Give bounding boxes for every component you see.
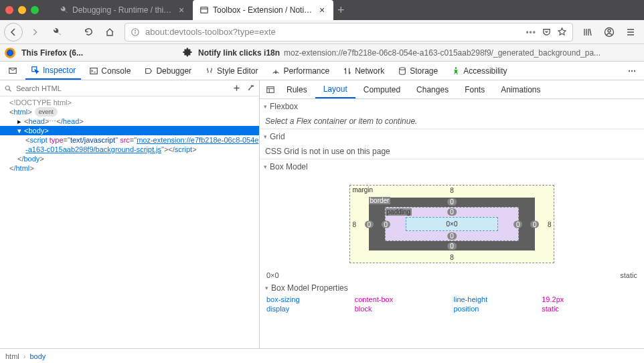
svg-line-23 <box>9 89 11 91</box>
dom-html-close[interactable]: </html> <box>0 163 259 173</box>
flexbox-header[interactable]: ▾Flexbox <box>260 99 644 114</box>
minimize-window-button[interactable] <box>18 6 26 14</box>
prop-row: line-height19.2px <box>454 295 638 303</box>
tab-network[interactable]: Network <box>337 62 390 80</box>
padding-left-value[interactable]: 0 <box>382 220 391 228</box>
wrench-button[interactable] <box>47 23 66 42</box>
boxmodel-border[interactable]: border 0 0 0 0 padding 0 0 0 0 0×0 <box>369 198 536 250</box>
margin-right-value[interactable]: 8 <box>548 220 552 228</box>
boxmodel-margin[interactable]: margin 8 8 8 8 border 0 0 0 0 padding 0 <box>349 185 555 263</box>
tab-label: Accessibility <box>463 66 507 76</box>
sidebar-tab-rules[interactable]: Rules <box>278 80 315 98</box>
section-title: Grid <box>270 132 285 141</box>
boxmodel-section: ▾Box Model margin 8 8 8 8 border 0 0 0 0 <box>260 159 644 313</box>
dom-head[interactable]: ▸<head>⋯</head> <box>0 117 259 126</box>
padding-top-value[interactable]: 0 <box>447 208 457 216</box>
browser-tab-debugging[interactable]: Debugging - Runtime / this-fire × <box>52 0 193 20</box>
url-input[interactable] <box>145 27 520 37</box>
tab-style-editor[interactable]: Style Editor <box>199 62 263 80</box>
tab-debugger[interactable]: Debugger <box>139 62 197 80</box>
extension-context: Notify link clicks i18n moz-extension://… <box>182 47 600 59</box>
sidebar-tab-computed[interactable]: Computed <box>355 80 408 98</box>
element-position: static <box>620 271 637 279</box>
account-icon[interactable] <box>600 23 619 42</box>
boxmodel-header[interactable]: ▾Box Model <box>260 159 644 174</box>
tab-console[interactable]: Console <box>84 62 136 80</box>
new-tab-button[interactable]: + <box>337 3 345 17</box>
boxmodel-diagram[interactable]: margin 8 8 8 8 border 0 0 0 0 padding 0 <box>260 174 644 267</box>
svg-rect-0 <box>201 7 208 13</box>
menu-icon[interactable] <box>621 23 640 42</box>
dom-tree[interactable]: <!DOCTYPE html> <html>event ▸<head>⋯</he… <box>0 96 259 174</box>
close-icon[interactable]: × <box>177 5 186 15</box>
border-label: border <box>369 197 391 204</box>
iframe-picker-button[interactable] <box>3 62 23 80</box>
info-icon[interactable] <box>131 27 140 37</box>
window-titlebar: Debugging - Runtime / this-fire × Toolbo… <box>0 0 644 20</box>
tab-label: Inspector <box>43 66 76 75</box>
boxmodel-padding[interactable]: padding 0 0 0 0 0×0 <box>385 207 519 241</box>
sidebar-tab-fonts[interactable]: Fonts <box>457 80 493 98</box>
content-size[interactable]: 0×0 <box>447 220 458 228</box>
tab-inspector[interactable]: Inspector <box>25 62 81 80</box>
boxmodel-properties: ▾Box Model Properties box-sizingcontent-… <box>260 281 644 313</box>
close-window-button[interactable] <box>5 6 13 14</box>
padding-right-value[interactable]: 0 <box>513 220 523 228</box>
dom-body-open[interactable]: ▾<body> <box>0 126 259 135</box>
margin-left-value[interactable]: 8 <box>353 220 357 228</box>
border-left-value[interactable]: 0 <box>365 220 374 228</box>
chevron-down-icon: ▾ <box>264 163 267 170</box>
library-icon[interactable] <box>578 23 597 42</box>
dom-doctype[interactable]: <!DOCTYPE html> <box>0 98 259 107</box>
prop-row: positionstatic <box>454 305 638 313</box>
tab-performance[interactable]: Performance <box>266 62 335 80</box>
search-input[interactable] <box>16 84 228 92</box>
grid-header[interactable]: ▾Grid <box>260 129 644 144</box>
filter-styles-icon[interactable] <box>262 80 278 98</box>
eyedropper-icon[interactable] <box>246 84 255 92</box>
svg-point-15 <box>7 49 13 56</box>
border-top-value[interactable]: 0 <box>447 198 457 206</box>
sidebar-tab-layout[interactable]: Layout <box>315 80 355 98</box>
markup-search-row <box>0 80 259 96</box>
grid-section: ▾Grid CSS Grid is not in use on this pag… <box>260 129 644 159</box>
breadcrumb-body[interactable]: body <box>29 352 46 360</box>
browser-tab-toolbox[interactable]: Toolbox - Extension / Notify link × <box>193 0 333 20</box>
sidebar-tab-changes[interactable]: Changes <box>408 80 457 98</box>
maximize-window-button[interactable] <box>31 6 39 14</box>
sidebar-tab-animations[interactable]: Animations <box>493 80 548 98</box>
dom-html-open[interactable]: <html>event <box>0 107 259 117</box>
pocket-icon[interactable] <box>542 27 552 37</box>
padding-bottom-value[interactable]: 0 <box>447 232 457 240</box>
margin-bottom-value[interactable]: 8 <box>450 254 454 261</box>
forward-button[interactable] <box>25 23 44 42</box>
svg-point-21 <box>455 67 457 69</box>
dom-body-close[interactable]: </body> <box>0 154 259 163</box>
tab-storage[interactable]: Storage <box>392 62 443 80</box>
tab-label: Animations <box>501 85 540 94</box>
breadcrumb-html[interactable]: html <box>5 352 19 360</box>
extension-icon <box>182 47 194 59</box>
tab-accessibility[interactable]: Accessibility <box>446 62 512 80</box>
rules-sidebar: Rules Layout Computed Changes Fonts Anim… <box>260 80 644 348</box>
devtools-meatball-icon[interactable]: ⋯ <box>623 62 641 80</box>
tab-label: Storage <box>410 66 438 76</box>
more-icon[interactable]: ••• <box>526 27 536 37</box>
search-icon <box>4 84 12 92</box>
add-node-button[interactable] <box>232 84 241 92</box>
home-button[interactable] <box>100 23 119 42</box>
event-badge[interactable]: event <box>35 107 58 117</box>
margin-top-value[interactable]: 8 <box>450 187 454 194</box>
border-right-value[interactable]: 0 <box>530 220 540 228</box>
close-icon[interactable]: × <box>317 5 327 15</box>
url-bar[interactable]: ••• <box>125 23 573 42</box>
bookmark-star-icon[interactable] <box>557 27 567 37</box>
dom-script-node[interactable]: <script type="text/javascript" src="moz-… <box>0 135 259 154</box>
boxmodel-footer: 0×0 static <box>260 267 644 281</box>
boxmodel-properties-header[interactable]: ▾Box Model Properties <box>265 281 639 295</box>
reload-button[interactable] <box>79 23 98 42</box>
border-bottom-value[interactable]: 0 <box>447 242 457 250</box>
boxmodel-content[interactable]: 0×0 <box>406 217 499 231</box>
tab-label: Layout <box>323 84 347 94</box>
back-button[interactable] <box>4 23 23 42</box>
